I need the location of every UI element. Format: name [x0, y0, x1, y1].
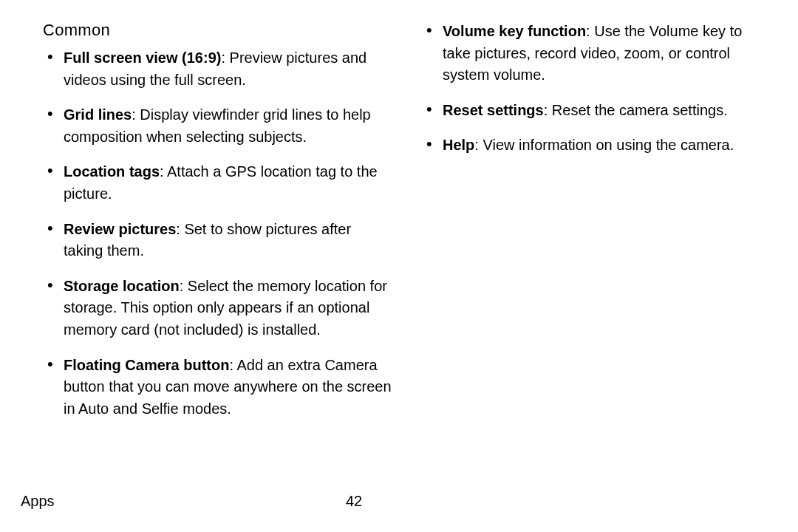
list-item: Floating Camera button: Add an extra Cam…: [43, 355, 392, 420]
right-bullet-list: Volume key function: Use the Volume key …: [422, 21, 771, 157]
list-item: Full screen view (16:9): Preview picture…: [43, 47, 392, 91]
item-term: Location tags: [64, 163, 160, 180]
list-item: Help: View information on using the came…: [422, 134, 771, 157]
manual-page: Common Full screen view (16:9): Preview …: [0, 0, 798, 532]
section-heading: Common: [43, 21, 392, 40]
item-term: Full screen view (16:9): [64, 50, 221, 66]
item-term: Help: [443, 137, 474, 153]
left-bullet-list: Full screen view (16:9): Preview picture…: [43, 47, 392, 420]
item-term: Storage location: [64, 278, 180, 294]
item-term: Review pictures: [64, 221, 176, 237]
list-item: Review pictures: Set to show pictures af…: [43, 219, 392, 262]
right-column: Volume key function: Use the Volume key …: [422, 21, 771, 433]
list-item: Grid lines: Display viewfinder grid line…: [43, 104, 392, 148]
footer-section-label: Apps: [21, 493, 55, 510]
item-term: Floating Camera button: [64, 357, 229, 373]
list-item: Location tags: Attach a GPS location tag…: [43, 161, 392, 205]
list-item: Volume key function: Use the Volume key …: [422, 21, 771, 86]
list-item: Reset settings: Reset the camera setting…: [422, 100, 771, 122]
page-footer: Apps 42: [21, 493, 771, 510]
footer-page-number: 42: [346, 493, 362, 510]
item-term: Grid lines: [64, 106, 132, 123]
item-term: Reset settings: [443, 102, 544, 118]
item-term: Volume key function: [443, 23, 586, 39]
left-column: Common Full screen view (16:9): Preview …: [43, 21, 392, 433]
item-desc: : Reset the camera settings.: [544, 102, 728, 118]
list-item: Storage location: Select the memory loca…: [43, 276, 392, 341]
item-desc: : View information on using the camera.: [474, 137, 734, 153]
